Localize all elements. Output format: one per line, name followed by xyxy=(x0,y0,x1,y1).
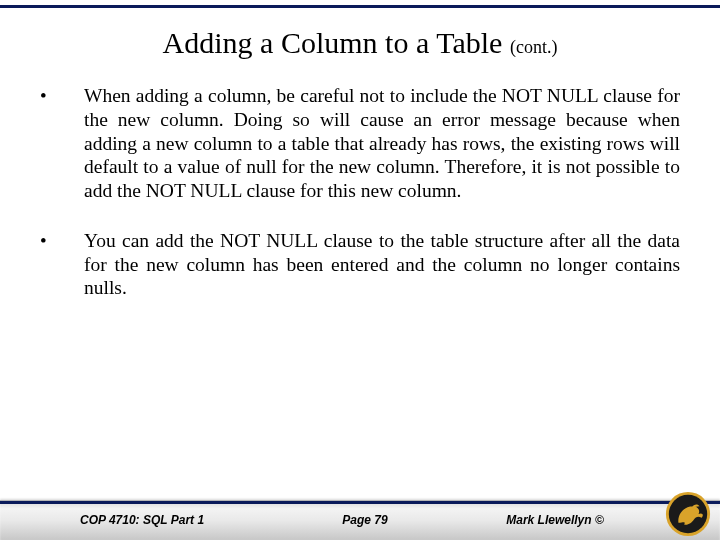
footer-author: Mark Llewellyn © xyxy=(460,513,650,527)
bullet-list: When adding a column, be careful not to … xyxy=(36,84,684,300)
footer: COP 4710: SQL Part 1 Page 79 Mark Llewel… xyxy=(0,490,720,540)
title-continued: (cont.) xyxy=(510,37,557,57)
slide-title: Adding a Column to a Table (cont.) xyxy=(36,26,684,60)
slide-body: Adding a Column to a Table (cont.) When … xyxy=(0,8,720,490)
footer-course: COP 4710: SQL Part 1 xyxy=(0,513,270,527)
footer-page: Page 79 xyxy=(270,513,460,527)
ucf-pegasus-logo-icon xyxy=(664,490,712,538)
footer-text: COP 4710: SQL Part 1 Page 79 Mark Llewel… xyxy=(0,500,650,540)
title-main: Adding a Column to a Table xyxy=(163,26,510,59)
list-item: You can add the NOT NULL clause to the t… xyxy=(40,229,680,300)
list-item: When adding a column, be careful not to … xyxy=(40,84,680,203)
